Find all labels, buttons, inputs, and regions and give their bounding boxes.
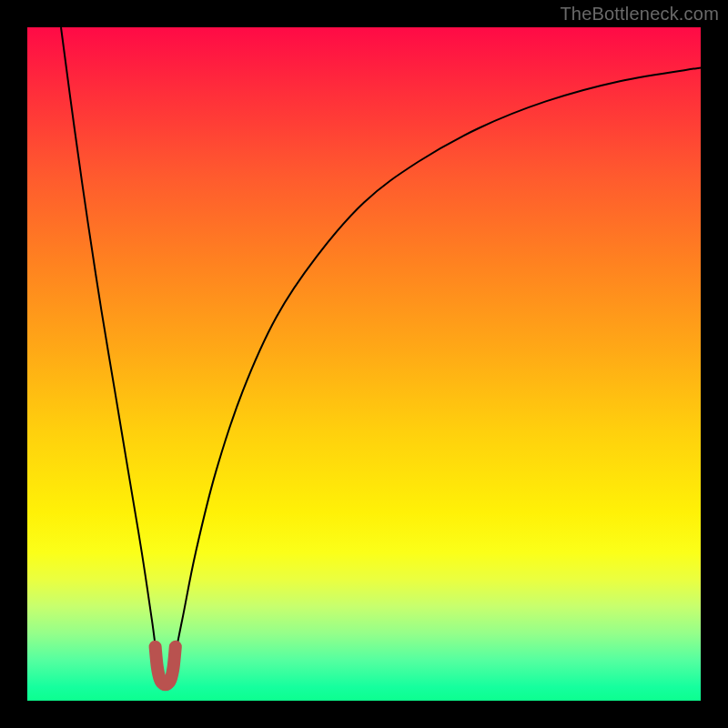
chart-svg (27, 27, 701, 701)
series-minimum-marker (156, 647, 176, 684)
series-curve (61, 27, 701, 681)
watermark-label: TheBottleneck.com (560, 4, 719, 25)
chart-frame: TheBottleneck.com (0, 0, 728, 728)
plot-area (27, 27, 701, 701)
